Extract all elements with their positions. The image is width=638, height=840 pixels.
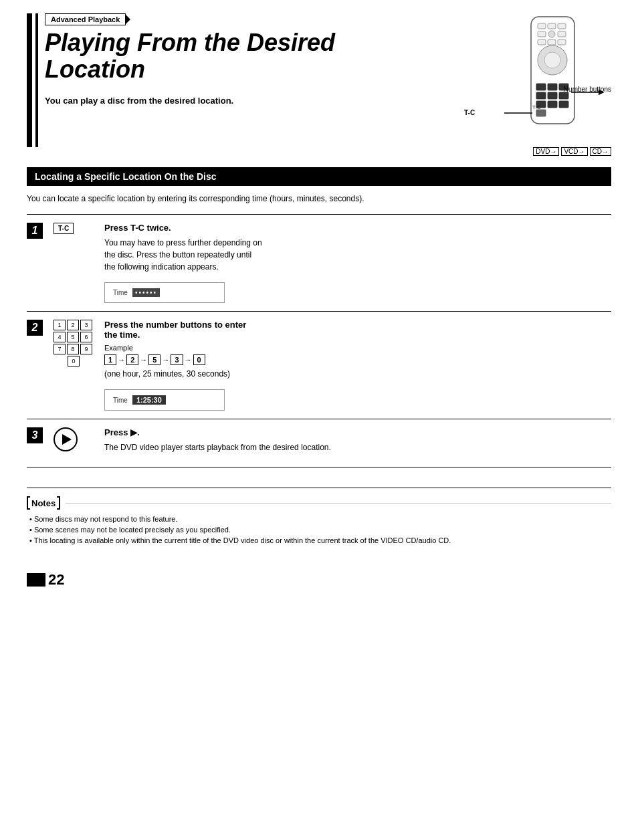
vcd-badge: VCD→ bbox=[561, 147, 587, 156]
svg-rect-2 bbox=[548, 23, 556, 29]
page-number-section: 22 bbox=[27, 571, 611, 589]
example-label: Example bbox=[104, 344, 611, 352]
remote-control-svg: T-C bbox=[464, 13, 611, 154]
bar-thin bbox=[35, 13, 38, 147]
dvd-badge: DVD→ bbox=[533, 147, 559, 156]
seq-btn-3: 3 bbox=[171, 354, 183, 365]
step-3-content: Press ▶. The DVD video player starts pla… bbox=[104, 427, 611, 459]
play-button-icon bbox=[54, 427, 78, 451]
step-1-display: Time •••••• bbox=[104, 282, 225, 303]
steps-container: 1 T-C Press T-C twice. You may have to p… bbox=[27, 214, 611, 467]
step-3-number: 3 bbox=[27, 427, 43, 443]
svg-rect-3 bbox=[558, 23, 566, 29]
notes-list: • Some discs may not respond to this fea… bbox=[27, 515, 611, 544]
seq-btn-1: 1 bbox=[104, 354, 116, 365]
notes-header: Notes bbox=[27, 496, 611, 510]
button-sequence: 1 → 2 → 5 → 3 → 0 bbox=[104, 354, 611, 365]
key-8: 8 bbox=[67, 344, 79, 354]
section-header: Locating a Specific Location On the Disc bbox=[27, 167, 611, 186]
play-triangle bbox=[62, 434, 72, 445]
svg-rect-9 bbox=[558, 39, 566, 45]
svg-rect-12 bbox=[536, 84, 546, 90]
key-9: 9 bbox=[80, 344, 92, 354]
display-2-value: 1:25:30 bbox=[132, 395, 166, 405]
step-3-row: 3 Press ▶. The DVD video player starts p… bbox=[27, 427, 611, 459]
step-2-title: Press the number buttons to enterthe tim… bbox=[104, 320, 611, 340]
number-buttons-label: Number buttons bbox=[564, 86, 611, 93]
notes-bracket-right bbox=[57, 496, 60, 510]
keypad-icon: 1 2 3 4 5 6 7 8 9 bbox=[54, 320, 94, 354]
remote-control-area: T-C Number buttons T-C DVD→ VCD→ CD→ bbox=[464, 13, 611, 156]
svg-rect-17 bbox=[559, 92, 568, 99]
decorative-bars bbox=[27, 13, 38, 147]
step-2-seq-note: (one hour, 25 minutes, 30 seconds) bbox=[104, 368, 611, 380]
svg-rect-1 bbox=[538, 23, 546, 29]
section-intro: You can locate a specific location by en… bbox=[27, 194, 611, 203]
step-1-title: Press T-C twice. bbox=[104, 223, 611, 233]
step-1-icon: T-C bbox=[54, 223, 94, 234]
step-2-display: Time 1:25:30 bbox=[104, 389, 225, 411]
seq-btn-2: 2 bbox=[126, 354, 138, 365]
top-section: Advanced Playback Playing From the Desir… bbox=[27, 13, 611, 161]
key-1: 1 bbox=[54, 320, 66, 330]
breadcrumb: Advanced Playback bbox=[45, 13, 126, 25]
svg-rect-16 bbox=[548, 92, 557, 99]
key-zero-row: 0 bbox=[54, 356, 94, 366]
tc-button-icon: T-C bbox=[54, 223, 74, 234]
tc-label: T-C bbox=[464, 109, 475, 116]
step-1-desc: You may have to press further depending … bbox=[104, 237, 611, 273]
step-2-number: 2 bbox=[27, 320, 43, 336]
svg-rect-4 bbox=[538, 31, 546, 37]
step-2-content: Press the number buttons to enterthe tim… bbox=[104, 320, 611, 411]
step-3: 3 Press ▶. The DVD video player starts p… bbox=[27, 419, 611, 467]
svg-rect-6 bbox=[558, 31, 566, 37]
svg-point-5 bbox=[548, 31, 555, 37]
key-2: 2 bbox=[67, 320, 79, 330]
step-3-icon bbox=[54, 427, 94, 451]
notes-divider bbox=[27, 488, 611, 488]
key-7: 7 bbox=[54, 344, 66, 354]
key-5: 5 bbox=[67, 332, 79, 342]
key-6: 6 bbox=[80, 332, 92, 342]
step-2-icon: 1 2 3 4 5 6 7 8 9 0 bbox=[54, 320, 94, 366]
svg-point-11 bbox=[544, 52, 560, 68]
note-item-2: • Some scenes may not be located precise… bbox=[27, 526, 611, 534]
seq-btn-5: 5 bbox=[148, 354, 161, 365]
step-1-content: Press T-C twice. You may have to press f… bbox=[104, 223, 611, 303]
key-3: 3 bbox=[80, 320, 92, 330]
svg-rect-15 bbox=[536, 92, 546, 99]
format-badges: DVD→ VCD→ CD→ bbox=[533, 147, 611, 156]
notes-bracket-left bbox=[27, 496, 30, 510]
seq-btn-0: 0 bbox=[193, 354, 205, 365]
key-4: 4 bbox=[54, 332, 66, 342]
svg-rect-8 bbox=[548, 39, 556, 45]
step-1-row: 1 T-C Press T-C twice. You may have to p… bbox=[27, 223, 611, 303]
step-2-row: 2 1 2 3 4 5 6 7 8 9 0 Press bbox=[27, 320, 611, 411]
display-2-label: Time bbox=[113, 397, 128, 404]
step-3-title: Press ▶. bbox=[104, 427, 611, 437]
svg-rect-13 bbox=[548, 84, 557, 90]
display-1-value: •••••• bbox=[132, 288, 160, 297]
step-1-number: 1 bbox=[27, 223, 43, 239]
bar-thick bbox=[27, 13, 32, 147]
notes-label: Notes bbox=[31, 498, 56, 508]
note-item-1: • Some discs may not respond to this fea… bbox=[27, 515, 611, 523]
cd-badge: CD→ bbox=[590, 147, 611, 156]
note-item-3: • This locating is available only within… bbox=[27, 536, 611, 544]
step-3-desc: The DVD video player starts playback fro… bbox=[104, 441, 611, 453]
step-2: 2 1 2 3 4 5 6 7 8 9 0 Press bbox=[27, 311, 611, 419]
svg-rect-22 bbox=[536, 110, 546, 116]
svg-rect-20 bbox=[559, 101, 568, 108]
page-number-bar bbox=[27, 573, 45, 587]
page-number: 22 bbox=[48, 571, 64, 589]
svg-rect-7 bbox=[538, 39, 546, 45]
svg-rect-19 bbox=[548, 101, 557, 108]
step-1: 1 T-C Press T-C twice. You may have to p… bbox=[27, 214, 611, 311]
display-1-label: Time bbox=[113, 289, 128, 296]
key-0: 0 bbox=[68, 356, 80, 366]
